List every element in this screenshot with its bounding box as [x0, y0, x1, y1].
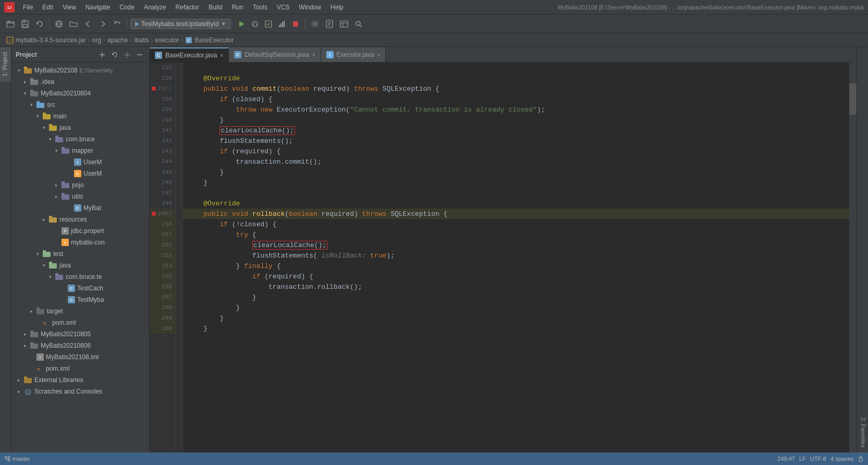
tree-com-bruce[interactable]: ▾ com.bruce	[11, 133, 149, 145]
tree-mybatis-conf[interactable]: X mybatis-con	[11, 237, 149, 248]
search-everywhere-btn[interactable]	[352, 18, 365, 30]
tab-label-1: DefaultSqlSession.java	[244, 51, 309, 58]
menu-build[interactable]: Build	[204, 3, 227, 12]
svg-rect-53	[62, 149, 69, 154]
svg-rect-46	[36, 101, 40, 103]
svg-rect-5	[23, 20, 26, 23]
tree-test[interactable]: ▾ test	[11, 248, 149, 260]
tree-test-java[interactable]: ▾ java	[11, 260, 149, 271]
tree-java[interactable]: ▾ java	[11, 122, 149, 133]
menu-file[interactable]: File	[19, 3, 37, 12]
globe-btn[interactable]	[53, 18, 65, 30]
tree-target[interactable]: ▸ target	[11, 305, 149, 317]
gutter-249	[176, 209, 182, 219]
breadcrumb-ibatis[interactable]: ibatis	[134, 36, 149, 44]
tree-mapper[interactable]: ▾ mapper	[11, 145, 149, 156]
menu-window[interactable]: Window	[295, 3, 325, 12]
line-258: 258	[150, 302, 175, 313]
menu-navigate[interactable]: Navigate	[81, 3, 114, 12]
menu-view[interactable]: View	[58, 3, 80, 12]
settings-btn[interactable]	[309, 18, 321, 30]
tree-testcache[interactable]: C TestCach	[11, 283, 149, 294]
tree-src[interactable]: ▾ src	[11, 99, 149, 111]
stop-btn[interactable]	[289, 18, 302, 30]
class-icon: C	[185, 36, 192, 44]
menu-vcs[interactable]: VCS	[273, 3, 294, 12]
tree-idea[interactable]: ▸ .idea	[11, 76, 149, 88]
tab-icon-c: C	[155, 52, 162, 59]
run-config-selector[interactable]: ▶ TestMybatis.testUpdateById ▼	[130, 19, 231, 29]
project-tab[interactable]: 1: Project	[0, 47, 11, 81]
tree-resources[interactable]: ▸ resources	[11, 214, 149, 225]
undo-btn[interactable]	[111, 18, 124, 30]
editor-scrollbar[interactable]	[849, 63, 857, 452]
vcs-btn[interactable]	[323, 18, 336, 30]
menu-help[interactable]: Help	[326, 3, 348, 12]
debug-btn[interactable]	[249, 18, 261, 30]
tree-usermapper-i[interactable]: I UserM	[11, 156, 149, 168]
tree-mybatis805[interactable]: ▸ MyBatis20210805	[11, 328, 149, 340]
breadcrumb-class[interactable]: BaseExecutor	[194, 36, 234, 44]
project-add-btn[interactable]	[97, 50, 107, 60]
folder-btn[interactable]	[67, 18, 80, 30]
tree-usermapper-c[interactable]: C UserM	[11, 168, 149, 179]
menu-tools[interactable]: Tools	[249, 3, 272, 12]
tree-mybatis806[interactable]: ▸ MyBatis20210806	[11, 340, 149, 351]
project-sync-btn[interactable]	[109, 50, 120, 60]
tree-com-bruce-te[interactable]: ▾ com.bruce.te	[11, 271, 149, 283]
tree-mybatis804[interactable]: ▾ MyBatis20210804	[11, 88, 149, 99]
svg-rect-3	[7, 21, 10, 22]
project-collapse-btn[interactable]	[135, 50, 145, 60]
gutter-256	[176, 282, 182, 292]
svg-text:X: X	[64, 241, 67, 244]
tab-close-0[interactable]: ×	[220, 53, 223, 58]
project-settings-btn[interactable]	[122, 50, 132, 60]
red-box-252: clearLocalCache();	[252, 241, 327, 250]
breadcrumb-executor[interactable]: executor	[155, 36, 179, 44]
code-line-252: clearLocalCache();	[183, 240, 849, 250]
tab-baseexecutor[interactable]: C BaseExecutor.java ×	[150, 47, 229, 62]
breadcrumb-org[interactable]: org	[92, 36, 101, 44]
tab-close-1[interactable]: ×	[312, 52, 315, 58]
code-line-240: }	[183, 115, 849, 125]
tree-scratches[interactable]: ▸ S Scratches and Consoles	[11, 386, 149, 397]
tab-defaultsqlsession[interactable]: C DefaultSqlSession.java ×	[229, 47, 321, 62]
tree-pojo[interactable]: ▸ pojo	[11, 179, 149, 191]
svg-text:C: C	[70, 286, 73, 291]
run-btn[interactable]	[235, 18, 248, 30]
favorites-tab[interactable]: 2: Favorites	[857, 412, 868, 452]
sync-btn[interactable]	[33, 18, 46, 30]
code-line-250: if (!closed) {	[183, 219, 849, 229]
back-btn[interactable]	[82, 18, 94, 30]
tree-utils[interactable]: ▸ utils	[11, 191, 149, 202]
menu-refactor[interactable]: Refactor	[172, 3, 203, 12]
tree-pom-root[interactable]: m pom.xml	[11, 363, 149, 374]
tree-external-libs[interactable]: ▸ External Libraries	[11, 374, 149, 386]
tree-pom-804[interactable]: m pom.xml	[11, 317, 149, 328]
menu-edit[interactable]: Edit	[38, 3, 57, 12]
layout-btn[interactable]	[338, 18, 350, 30]
breadcrumb-apache[interactable]: apache	[107, 36, 128, 44]
menu-code[interactable]: Code	[115, 3, 139, 12]
tab-close-2[interactable]: ×	[377, 52, 381, 58]
menu-run[interactable]: Run	[228, 3, 248, 12]
tab-executor[interactable]: I Executor.java ×	[321, 47, 386, 62]
code-content[interactable]: @Override public void commit(boolean req…	[183, 63, 849, 452]
menu-analyze[interactable]: Analyze	[140, 3, 170, 12]
tree-iml[interactable]: I MyBatis202108.iml	[11, 351, 149, 363]
tree-testmybatis[interactable]: C TestMyba	[11, 294, 149, 305]
svg-rect-59	[62, 183, 69, 188]
tree-mybat-util[interactable]: C MyBat	[11, 202, 149, 214]
forward-btn[interactable]	[96, 18, 109, 30]
gutter-250	[176, 219, 182, 229]
profile-btn[interactable]	[276, 18, 288, 30]
open-folder-btn[interactable]	[4, 18, 17, 30]
code-line-239: throw new ExecutorException("Cannot comm…	[183, 104, 849, 115]
breadcrumb-jar[interactable]: mybatis-3.4.5-sources.jar	[16, 36, 86, 44]
line-col: 249:47	[777, 456, 795, 462]
tree-main[interactable]: ▾ main	[11, 111, 149, 122]
tree-root[interactable]: ▾ MyBatis202108 E:\Server\My	[11, 65, 149, 76]
coverage-btn[interactable]	[262, 18, 275, 30]
tree-jdbc-props[interactable]: P jdbc.propert	[11, 225, 149, 237]
save-btn[interactable]	[19, 18, 31, 30]
